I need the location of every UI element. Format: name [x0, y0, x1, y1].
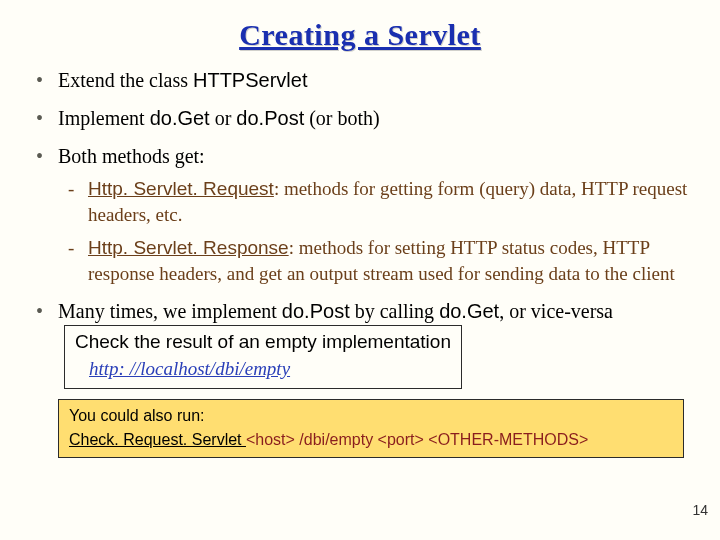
- sub-list: Http. Servlet. Request: methods for gett…: [58, 176, 692, 287]
- text: by calling: [350, 300, 439, 322]
- code-dopost: do.Post: [236, 107, 304, 129]
- bullet-list: Extend the class HTTPServlet Implement d…: [28, 66, 692, 389]
- code-doget: do.Get: [150, 107, 210, 129]
- page-number: 14: [692, 502, 708, 518]
- text: Implement: [58, 107, 150, 129]
- bullet-implement: Implement do.Get or do.Post (or both): [28, 104, 692, 132]
- text: or: [210, 107, 237, 129]
- footer-rest: <host> /dbi/empty <port> <OTHER-METHODS>: [246, 431, 588, 448]
- code-request: Http. Servlet. Request: [88, 178, 274, 199]
- text: Extend the class: [58, 69, 193, 91]
- code-doget-2: do.Get: [439, 300, 499, 322]
- code-response: Http. Servlet. Response: [88, 237, 289, 258]
- slide: Creating a Servlet Extend the class HTTP…: [0, 0, 720, 540]
- text: Both methods get:: [58, 145, 205, 167]
- note-box: Check the result of an empty implementat…: [64, 325, 462, 389]
- footer-link[interactable]: Check. Request. Servlet: [69, 431, 246, 448]
- footer-box: You could also run: Check. Request. Serv…: [58, 399, 684, 458]
- footer-line2: Check. Request. Servlet <host> /dbi/empt…: [69, 429, 673, 451]
- footer-line1: You could also run:: [69, 405, 673, 427]
- text: (or both): [304, 107, 380, 129]
- code-httpservlet: HTTPServlet: [193, 69, 307, 91]
- text: Many times, we implement: [58, 300, 282, 322]
- sub-response: Http. Servlet. Response: methods for set…: [58, 235, 692, 286]
- bullet-extend: Extend the class HTTPServlet: [28, 66, 692, 94]
- bullet-both-methods: Both methods get: Http. Servlet. Request…: [28, 142, 692, 287]
- slide-title: Creating a Servlet: [28, 18, 692, 52]
- text: , or vice-versa: [499, 300, 613, 322]
- sub-request: Http. Servlet. Request: methods for gett…: [58, 176, 692, 227]
- bullet-many-times: Many times, we implement do.Post by call…: [28, 297, 692, 389]
- note-text: Check the result of an empty implementat…: [75, 331, 451, 352]
- note-link[interactable]: http: //localhost/dbi/empty: [89, 356, 451, 382]
- code-dopost-2: do.Post: [282, 300, 350, 322]
